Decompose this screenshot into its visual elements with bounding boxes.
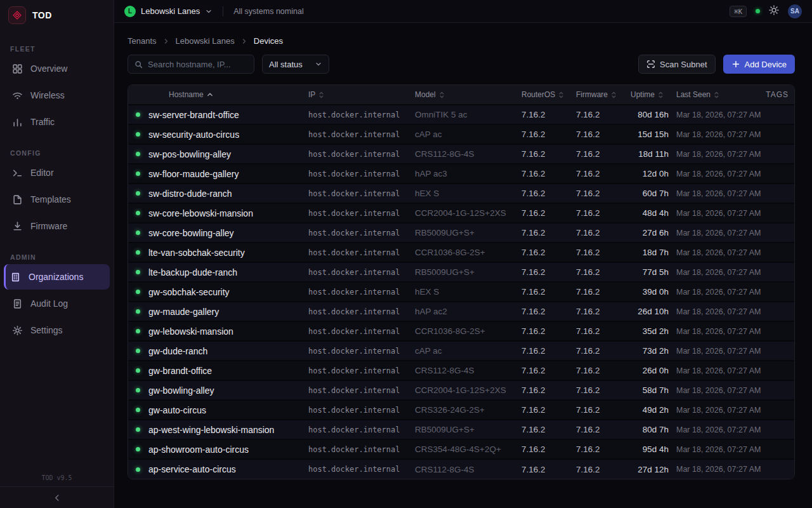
status-online-dot (136, 152, 140, 156)
table-row[interactable]: gw-sobchak-security host.docker.internal… (128, 282, 795, 302)
sidebar-item-organizations[interactable]: Organizations (4, 264, 110, 290)
device-firmware: 7.16.2 (576, 302, 631, 321)
table-row[interactable]: gw-lebowski-mansion host.docker.internal… (128, 321, 795, 341)
table-row[interactable]: gw-bowling-alley host.docker.internal CC… (128, 380, 795, 400)
table-row[interactable]: sw-pos-bowling-alley host.docker.interna… (128, 144, 795, 164)
sidebar-item-editor[interactable]: Editor (4, 160, 110, 185)
device-uptime: 60d 7h (631, 184, 671, 203)
device-routeros: 7.16.2 (521, 302, 576, 321)
sort-icon (558, 91, 564, 99)
table-row[interactable]: sw-floor-maude-gallery host.docker.inter… (128, 164, 795, 184)
breadcrumb-devices: Devices (254, 36, 283, 46)
device-tags (766, 361, 795, 380)
table-row[interactable]: sw-security-auto-circus host.docker.inte… (128, 124, 795, 144)
devices-table: Hostname IP Model RouterOS (128, 85, 795, 479)
sidebar-item-label: Editor (30, 168, 54, 178)
device-uptime: 26d 10h (631, 302, 671, 321)
scan-subnet-label: Scan Subnet (660, 60, 707, 69)
table-row[interactable]: gw-dude-ranch host.docker.internal cAP a… (128, 341, 795, 361)
theme-toggle-button[interactable] (769, 5, 779, 18)
breadcrumb-tenants[interactable]: Tenants (128, 36, 157, 46)
sidebar-item-templates[interactable]: Templates (4, 187, 110, 212)
device-tags (766, 302, 795, 321)
add-device-button[interactable]: Add Device (723, 55, 795, 74)
table-row[interactable]: sw-server-brandt-office host.docker.inte… (128, 105, 795, 124)
col-routeros[interactable]: RouterOS (521, 85, 576, 105)
device-routeros: 7.16.2 (521, 341, 576, 361)
sidebar-item-label: Overview (30, 64, 67, 74)
table-row[interactable]: gw-maude-gallery host.docker.internal hA… (128, 302, 795, 321)
bar-chart-icon (12, 117, 23, 128)
table-row[interactable]: lte-van-sobchak-security host.docker.int… (128, 243, 795, 262)
sidebar-item-wireless[interactable]: Wireless (4, 83, 110, 108)
table-row[interactable]: ap-west-wing-lebowski-mansion host.docke… (128, 420, 795, 439)
file-icon (12, 194, 23, 205)
device-firmware: 7.16.2 (576, 459, 631, 479)
device-tags (766, 282, 795, 302)
status-filter-select[interactable]: All status (262, 55, 329, 74)
device-uptime: 49d 2h (631, 400, 671, 420)
sidebar-item-settings[interactable]: Settings (4, 318, 110, 343)
device-model: hEX S (415, 282, 521, 302)
col-ip[interactable]: IP (308, 85, 415, 105)
device-model: cAP ac (415, 124, 521, 144)
device-routeros: 7.16.2 (521, 282, 576, 302)
tenant-switcher[interactable]: L Lebowski Lanes (124, 6, 213, 17)
sidebar-item-overview[interactable]: Overview (4, 56, 110, 81)
search-input[interactable] (148, 60, 247, 69)
sidebar-item-label: Wireless (30, 90, 65, 100)
device-tags (766, 262, 795, 282)
table-row[interactable]: sw-distro-dude-ranch host.docker.interna… (128, 184, 795, 203)
col-hostname[interactable]: Hostname (148, 85, 308, 105)
table-row[interactable]: gw-auto-circus host.docker.internal CRS3… (128, 400, 795, 420)
device-ip: host.docker.internal (308, 223, 415, 243)
table-row[interactable]: ap-service-auto-circus host.docker.inter… (128, 459, 795, 479)
device-model: cAP ac (415, 341, 521, 361)
col-firmware[interactable]: Firmware (576, 85, 631, 105)
device-uptime: 80d 16h (631, 105, 671, 124)
chevron-down-icon (315, 60, 322, 68)
device-last-seen: Mar 18, 2026, 07:27 AM (671, 243, 766, 262)
topbar: L Lebowski Lanes All systems nominal ⌘K … (114, 0, 812, 23)
device-firmware: 7.16.2 (576, 321, 631, 341)
sidebar-item-firmware[interactable]: Firmware (4, 213, 110, 239)
user-avatar[interactable]: SA (788, 4, 802, 18)
device-firmware: 7.16.2 (576, 400, 631, 420)
device-last-seen: Mar 18, 2026, 07:27 AM (671, 144, 766, 164)
col-model[interactable]: Model (415, 85, 521, 105)
device-ip: host.docker.internal (308, 282, 415, 302)
sidebar-item-audit-log[interactable]: Audit Log (4, 291, 110, 316)
table-row[interactable]: sw-core-lebowski-mansion host.docker.int… (128, 203, 795, 223)
section-label-admin: ADMIN (10, 253, 114, 261)
status-online-dot (136, 368, 140, 373)
device-ip: host.docker.internal (308, 105, 415, 124)
command-palette-shortcut[interactable]: ⌘K (730, 6, 747, 17)
status-online-dot (136, 211, 140, 215)
table-row[interactable]: lte-backup-dude-ranch host.docker.intern… (128, 262, 795, 282)
app-logo[interactable]: TOD (0, 0, 114, 30)
device-firmware: 7.16.2 (576, 144, 631, 164)
device-ip: host.docker.internal (308, 361, 415, 380)
sidebar-item-traffic[interactable]: Traffic (4, 109, 110, 135)
col-uptime[interactable]: Uptime (631, 85, 671, 105)
device-model: CRS326-24G-2S+ (415, 400, 521, 420)
table-row[interactable]: sw-core-bowling-alley host.docker.intern… (128, 223, 795, 243)
app-title: TOD (32, 10, 52, 20)
table-row[interactable]: ap-showroom-auto-circus host.docker.inte… (128, 439, 795, 459)
device-routeros: 7.16.2 (521, 361, 576, 380)
sun-icon (769, 5, 779, 15)
wifi-icon (12, 90, 23, 101)
breadcrumb-tenant-name[interactable]: Lebowski Lanes (176, 36, 235, 46)
col-last-seen[interactable]: Last Seen (671, 85, 766, 105)
device-routeros: 7.16.2 (521, 262, 576, 282)
sidebar-collapse-button[interactable] (0, 486, 114, 508)
table-row[interactable]: gw-brandt-office host.docker.internal CR… (128, 361, 795, 380)
device-ip: host.docker.internal (308, 184, 415, 203)
scan-subnet-button[interactable]: Scan Subnet (638, 55, 715, 74)
device-tags (766, 321, 795, 341)
device-uptime: 58d 7h (631, 380, 671, 400)
device-hostname: ap-service-auto-circus (148, 459, 308, 479)
device-hostname: gw-lebowski-mansion (148, 321, 308, 341)
device-hostname: sw-security-auto-circus (148, 124, 308, 144)
sort-icon (611, 91, 617, 99)
